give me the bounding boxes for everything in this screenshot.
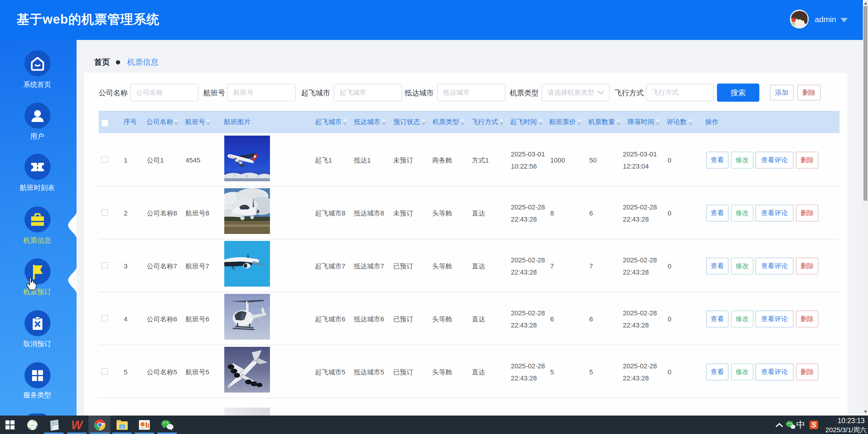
svg-text:ev: ev [31,424,34,427]
